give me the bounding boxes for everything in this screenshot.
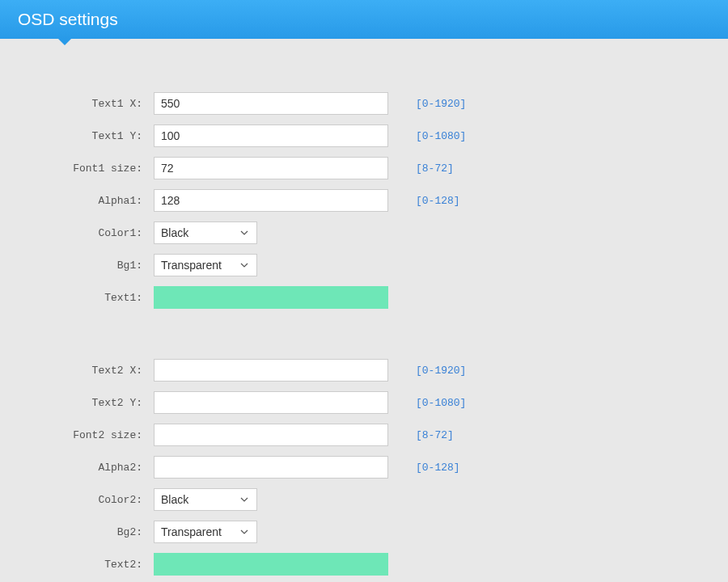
input-text2-x[interactable] [154,359,388,382]
row-bg2: Bg2: Transparent [0,516,728,548]
row-color1: Color1: Black [0,217,728,249]
select-color2[interactable]: Black [154,488,257,511]
row-font2-size: Font2 size: [8-72] [0,419,728,451]
hint-alpha2: [0-128] [416,462,460,474]
swatch-text1[interactable] [154,286,388,309]
select-bg2[interactable]: Transparent [154,521,257,543]
label-text2-x: Text2 X: [0,365,154,377]
form-content: Text1 X: [0-1920] Text1 Y: [0-1080] Font… [0,39,728,580]
label-color1: Color1: [0,227,154,239]
swatch-text2[interactable] [154,553,388,576]
label-bg2: Bg2: [0,526,154,538]
row-font1-size: Font1 size: [8-72] [0,152,728,184]
label-bg1: Bg1: [0,259,154,272]
hint-text2-y: [0-1080] [416,397,466,409]
hint-alpha1: [0-128] [416,195,460,207]
label-alpha1: Alpha1: [0,195,154,207]
label-text1-x: Text1 X: [0,98,154,110]
row-alpha2: Alpha2: [0-128] [0,451,728,483]
select-color2-value: Black [161,493,188,506]
row-alpha1: Alpha1: [0-128] [0,184,728,217]
label-color2: Color2: [0,494,154,506]
hint-text1-x: [0-1920] [416,98,466,110]
input-text2-y[interactable] [154,391,388,414]
row-text1-x: Text1 X: [0-1920] [0,87,728,120]
header-pointer-icon [58,39,71,45]
label-text1-y: Text1 Y: [0,130,154,142]
label-font1-size: Font1 size: [0,162,154,175]
row-bg1: Bg1: Transparent [0,249,728,281]
select-color1-value: Black [161,226,188,239]
label-text1: Text1: [0,292,154,304]
hint-text1-y: [0-1080] [416,130,466,142]
page-header: OSD settings [0,0,728,39]
input-alpha1[interactable] [154,189,388,212]
label-font2-size: Font2 size: [0,429,154,441]
hint-font1-size: [8-72] [416,162,454,175]
row-text2-x: Text2 X: [0-1920] [0,354,728,386]
row-text2-y: Text2 Y: [0-1080] [0,386,728,419]
label-text2-y: Text2 Y: [0,397,154,409]
hint-font2-size: [8-72] [416,429,454,441]
label-alpha2: Alpha2: [0,462,154,474]
page-title: OSD settings [18,10,118,29]
input-font2-size[interactable] [154,424,388,446]
input-text1-x[interactable] [154,92,388,115]
select-bg1[interactable]: Transparent [154,254,257,276]
row-text2: Text2: [0,548,728,580]
input-alpha2[interactable] [154,456,388,479]
select-bg2-value: Transparent [161,525,222,538]
row-text1: Text1: [0,281,728,314]
input-font1-size[interactable] [154,157,388,179]
input-text1-y[interactable] [154,124,388,147]
select-bg1-value: Transparent [161,259,222,272]
group-separator [0,314,728,354]
label-text2: Text2: [0,559,154,571]
row-text1-y: Text1 Y: [0-1080] [0,120,728,152]
hint-text2-x: [0-1920] [416,365,466,377]
select-color1[interactable]: Black [154,221,257,244]
row-color2: Color2: Black [0,483,728,516]
